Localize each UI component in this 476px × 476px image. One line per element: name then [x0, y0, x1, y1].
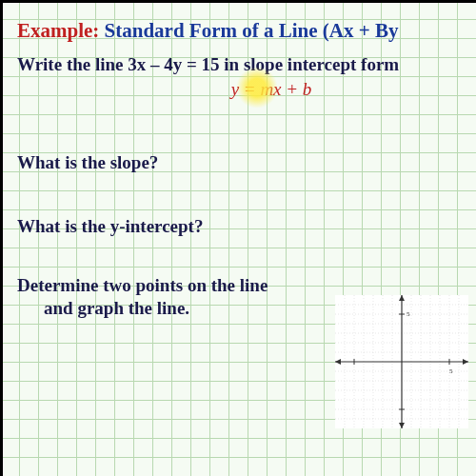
question-points-line1: Determine two points on the line — [17, 275, 468, 296]
question-slope: What is the slope? — [17, 152, 468, 173]
page-title: Standard Form of a Line (Ax + By — [105, 19, 399, 42]
tick-label: 5 — [407, 310, 410, 318]
header-line: Example: Standard Form of a Line (Ax + B… — [17, 19, 468, 43]
question-y-intercept: What is the y-intercept? — [17, 216, 468, 237]
example-label: Example: — [17, 19, 99, 42]
tick-label: 5 — [449, 367, 453, 375]
coordinate-plane: 5 5 — [335, 295, 468, 428]
cursor-highlight-icon — [236, 67, 278, 109]
document-page: Example: Standard Form of a Line (Ax + B… — [0, 0, 476, 476]
coordinate-plane-svg: 5 5 — [335, 295, 468, 428]
